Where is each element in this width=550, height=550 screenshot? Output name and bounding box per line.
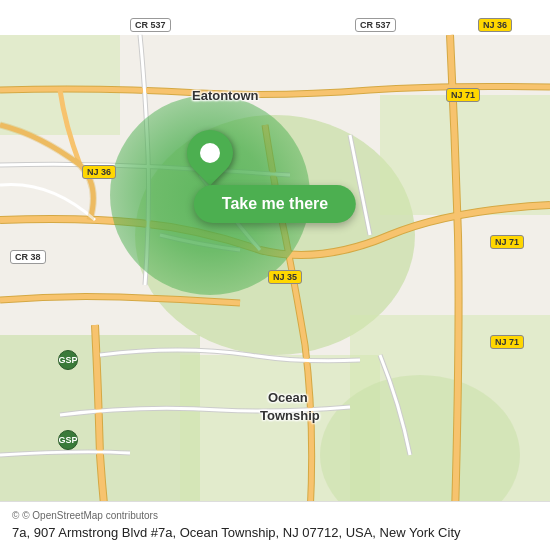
- address-line: 7a, 907 Armstrong Blvd #7a, Ocean Townsh…: [12, 525, 538, 540]
- location-pin: [187, 130, 233, 176]
- svg-rect-3: [380, 95, 550, 215]
- attribution-symbol: ©: [12, 510, 19, 521]
- bottom-bar: © © OpenStreetMap contributors 7a, 907 A…: [0, 501, 550, 550]
- map-container: Take me there CR 537CR 537NJ 36NJ 36NJ 7…: [0, 0, 550, 550]
- svg-rect-2: [0, 35, 120, 135]
- take-me-there-button[interactable]: Take me there: [194, 185, 356, 223]
- map-svg: [0, 0, 550, 550]
- attribution-text[interactable]: © OpenStreetMap contributors: [22, 510, 158, 521]
- attribution: © © OpenStreetMap contributors: [12, 510, 538, 521]
